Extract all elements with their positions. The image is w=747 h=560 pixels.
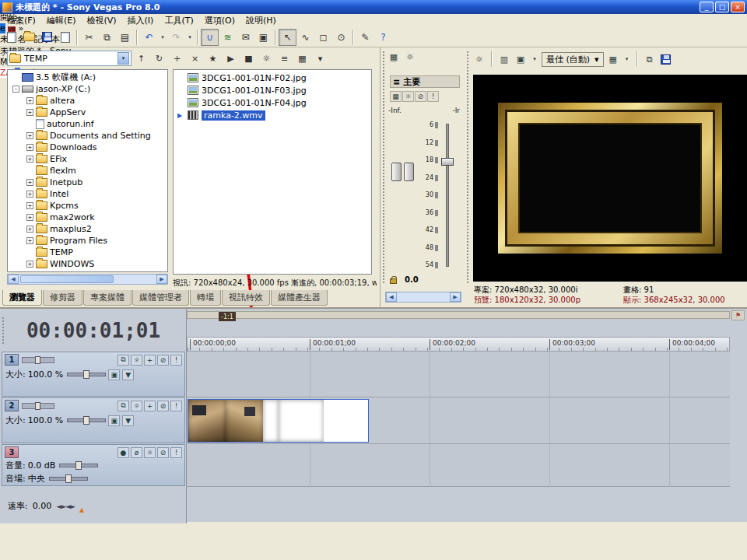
file-row[interactable]: 3DCG1-001-01N-F04.jpg: [174, 96, 371, 109]
tree-item[interactable]: +max2work: [8, 212, 167, 223]
file-row-selected[interactable]: ▶ ramka-2.wmv: [174, 109, 371, 121]
expand-icon[interactable]: +: [26, 261, 33, 268]
tab-project-media[interactable]: 專案媒體: [83, 290, 132, 306]
tree-item[interactable]: +Program Files: [8, 235, 167, 247]
selection-edit-tool-button[interactable]: ◻: [314, 29, 332, 46]
preview-quality-combo[interactable]: 最佳 (自動) ▾: [542, 52, 604, 67]
tree-item[interactable]: autorun.inf: [8, 118, 167, 130]
cut-button[interactable]: ✂: [80, 29, 98, 46]
solo-button[interactable]: !: [170, 355, 182, 366]
safe-areas-grid-button[interactable]: ▦: [606, 52, 620, 66]
scroll-right-button[interactable]: ▶: [156, 275, 167, 284]
track-number[interactable]: 2: [5, 400, 19, 411]
restore-button[interactable]: □: [715, 2, 729, 12]
open-button[interactable]: [20, 29, 38, 46]
project-properties-button[interactable]: [56, 29, 74, 46]
tab-trimmer[interactable]: 修剪器: [43, 290, 82, 306]
compositing-mode-button[interactable]: +: [144, 355, 156, 366]
expand-icon[interactable]: +: [26, 179, 33, 186]
save-snapshot-button[interactable]: [659, 52, 673, 66]
panel-grip[interactable]: [2, 51, 5, 66]
undo-dropdown[interactable]: ▾: [158, 29, 167, 46]
master-fader-thumb[interactable]: [441, 158, 454, 166]
bus-solo-button[interactable]: !: [427, 91, 439, 102]
save-button[interactable]: [38, 29, 56, 46]
redo-button[interactable]: ↷: [167, 29, 185, 46]
menu-file[interactable]: 檔案(F): [2, 14, 41, 27]
tree-item[interactable]: +altera: [8, 95, 167, 107]
expand-icon[interactable]: +: [26, 132, 33, 139]
track-height-button[interactable]: ▼: [122, 415, 134, 426]
file-row[interactable]: 3DCG1-001-01N-F02.jpg: [174, 72, 371, 84]
track-motion-button[interactable]: ⧉: [117, 401, 129, 411]
track-header-2[interactable]: 2 ⧉ ☼ + ⊘ ! 大小: 100.0 % ▣ ▼: [2, 397, 185, 443]
tree-item[interactable]: +WINDOWS: [8, 258, 167, 270]
tab-media-manager[interactable]: 媒體管理者: [132, 290, 189, 306]
tree-item[interactable]: +Documents and Setting: [8, 130, 167, 142]
interactive-tutorials-button[interactable]: ✎: [356, 29, 374, 46]
fader-thumb-right[interactable]: [404, 163, 414, 181]
expand-icon[interactable]: +: [26, 144, 33, 151]
delete-button[interactable]: ×: [187, 51, 203, 66]
expand-icon[interactable]: +: [26, 156, 33, 163]
file-row[interactable]: 3DCG1-001-01N-F03.jpg: [174, 84, 371, 96]
composite-level-slider[interactable]: [22, 403, 54, 409]
rate-slider[interactable]: ◄►◄►: [56, 502, 75, 510]
stop-preview-button[interactable]: ■: [240, 51, 257, 66]
cursor-time-display[interactable]: 00:00:01;01: [6, 317, 181, 345]
normal-edit-tool-button[interactable]: ↖: [279, 29, 296, 46]
mixer-scrollbar[interactable]: ◀ ▶: [385, 292, 461, 303]
menu-insert[interactable]: 插入(I): [122, 14, 160, 27]
scroll-right-button[interactable]: ▶: [450, 292, 461, 302]
expand-icon[interactable]: +: [26, 202, 33, 209]
scroll-thumb[interactable]: [20, 275, 114, 283]
menu-view[interactable]: 檢視(V): [81, 14, 121, 27]
automation-settings-button[interactable]: ▣: [108, 369, 120, 380]
redo-dropdown[interactable]: ▾: [185, 29, 195, 46]
new-folder-button[interactable]: +: [169, 51, 185, 66]
panel-grip[interactable]: [2, 317, 5, 345]
copy-button[interactable]: ⧉: [98, 29, 116, 46]
master-bus-header[interactable]: ≡ 主要: [390, 75, 460, 88]
video-preview-display[interactable]: [473, 75, 747, 282]
grid-dropdown[interactable]: ▾: [622, 52, 632, 66]
expand-icon[interactable]: +: [26, 191, 33, 198]
menu-help[interactable]: 說明(H): [240, 14, 282, 27]
mixer-properties-button[interactable]: ☼: [403, 50, 417, 64]
bus-fx-button[interactable]: ☼: [402, 91, 414, 102]
track-fx-button[interactable]: ☼: [131, 355, 142, 366]
zoom-edit-tool-button[interactable]: ⊙: [332, 29, 350, 46]
menu-options[interactable]: 選項(O): [199, 14, 240, 27]
record-arm-button[interactable]: ●: [117, 447, 129, 458]
video-event[interactable]: [188, 399, 369, 443]
tree-item[interactable]: +Inetpub: [8, 177, 167, 188]
collapse-icon[interactable]: -: [12, 86, 19, 93]
whats-this-help-button[interactable]: ?: [374, 29, 392, 46]
lock-icon[interactable]: [390, 278, 397, 284]
track-motion-button[interactable]: ⧉: [117, 355, 129, 366]
undo-button[interactable]: ↶: [140, 29, 158, 46]
automation-settings-button[interactable]: ▣: [108, 415, 120, 426]
tree-item[interactable]: +AppServ: [8, 107, 167, 118]
video-track-lane-1[interactable]: [187, 352, 730, 397]
auto-preview-button[interactable]: ☼: [258, 51, 275, 66]
tree-item[interactable]: +Intel: [8, 188, 167, 200]
size-slider[interactable]: [67, 373, 106, 376]
mute-button[interactable]: ⊘: [157, 401, 169, 411]
bus-layout-button[interactable]: ▦: [390, 91, 402, 102]
tree-item[interactable]: +Kpcms: [8, 200, 167, 212]
views-button[interactable]: ▦: [294, 51, 310, 66]
size-slider[interactable]: [67, 418, 106, 422]
solo-button[interactable]: !: [170, 447, 182, 458]
copy-snapshot-button[interactable]: ⧉: [643, 52, 657, 66]
track-number[interactable]: 1: [5, 354, 19, 366]
expand-icon[interactable]: +: [26, 214, 33, 221]
audio-track-lane-3[interactable]: [187, 444, 730, 487]
mute-button[interactable]: ⊘: [157, 447, 169, 458]
address-dropdown-button[interactable]: ▾: [117, 52, 129, 65]
tree-horizontal-scrollbar[interactable]: ◀ ▶: [7, 274, 168, 285]
composite-level-slider[interactable]: [22, 357, 54, 363]
auto-ripple-button[interactable]: ≋: [219, 29, 237, 46]
track-height-button[interactable]: ▼: [122, 369, 134, 380]
volume-slider[interactable]: [59, 464, 98, 467]
